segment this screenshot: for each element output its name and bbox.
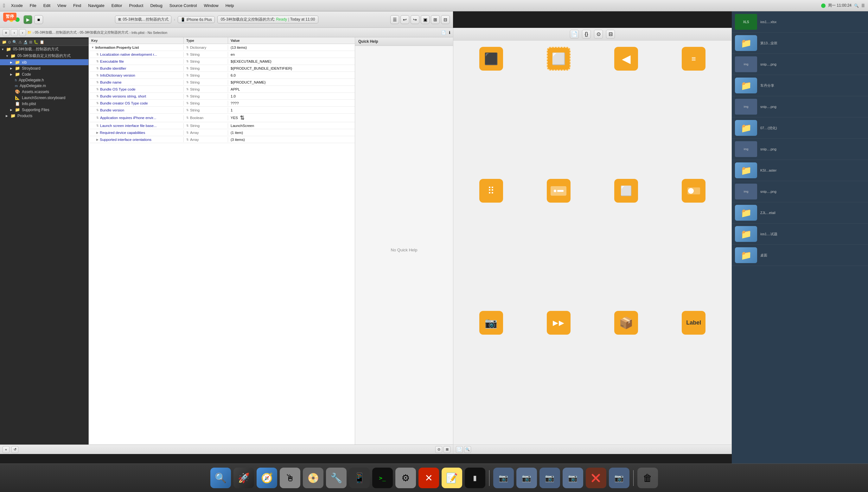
menu-navigate[interactable]: Navigate <box>87 2 106 8</box>
expand-arrow-icon[interactable]: ▶ <box>96 138 98 141</box>
dock-app4[interactable]: 📷 <box>563 468 583 488</box>
obj-lib-item-list[interactable]: ≡ <box>662 47 725 174</box>
dock-xmind[interactable]: ✕ <box>418 468 439 488</box>
sidebar-item-supporting[interactable]: ▶ 📁 Supporting Files <box>0 107 88 113</box>
filter-btn[interactable]: ⊙ <box>435 446 442 453</box>
dock-tools[interactable]: 🔧 <box>326 468 346 488</box>
bc-2[interactable]: 05-3种加载自定义控制器的方式 <box>79 30 128 35</box>
file-inspector-btn[interactable]: 📄 <box>570 30 579 39</box>
obj-lib-item-6[interactable]: ⬜ <box>595 179 658 306</box>
dock-notes[interactable]: 📝 <box>441 468 462 488</box>
bc-3[interactable]: Info.plist <box>131 31 144 34</box>
sidebar-report-icon[interactable]: 📋 <box>40 40 44 44</box>
dock-trash[interactable]: 🗑 <box>637 468 658 488</box>
dock-app6[interactable]: 📷 <box>609 468 629 488</box>
expand-arrow-icon[interactable]: ▼ <box>91 46 94 49</box>
sidebar-folder-icon[interactable]: 📁 <box>2 40 7 44</box>
history-btn[interactable]: ↺ <box>11 446 18 453</box>
sidebar-warning-icon[interactable]: ⚠ <box>18 40 22 44</box>
view-btn[interactable]: ⊞ <box>443 446 451 453</box>
dock-ios-app[interactable]: 📱 <box>349 468 370 488</box>
menu-xcode[interactable]: Xcode <box>9 2 24 8</box>
obj-lib-item-grid[interactable]: ⠿ <box>460 179 522 306</box>
plist-row-1[interactable]: ⇅ Localization native development r... ⇅… <box>89 51 355 58</box>
sidebar-grid-icon[interactable]: ⊞ <box>29 40 32 44</box>
search-icon[interactable]: 🔍 <box>854 3 859 8</box>
obj-lib-item-2[interactable]: ⬜ <box>527 47 590 174</box>
plist-row-6[interactable]: ⇅ Bundle OS Type code ⇅ String APPL <box>89 86 355 93</box>
sidebar-item-launchscreen[interactable]: 📐 LaunchScreen.storyboard <box>0 95 88 101</box>
desktop-folder-zjl[interactable]: 📁 ZJL...etail <box>732 202 868 223</box>
plist-row-5[interactable]: ⇅ Bundle name ⇅ String ${PRODUCT_NAME} <box>89 79 355 86</box>
obj-lib-item-1[interactable]: ⬛ <box>460 47 522 174</box>
boolean-stepper[interactable]: ⇅ <box>240 114 245 121</box>
dock-app5[interactable]: ❌ <box>586 468 606 488</box>
sidebar-item-root[interactable]: ▼ 📁 05-3种加载…控制器的方式 <box>0 46 88 53</box>
dock-launchpad[interactable]: 🚀 <box>234 468 254 488</box>
layout-btn3[interactable]: ⊟ <box>441 15 450 24</box>
menu-debug[interactable]: Debug <box>149 2 164 8</box>
sidebar-test-icon[interactable]: 🔬 <box>23 40 28 44</box>
dock-app1[interactable]: 📷 <box>493 468 514 488</box>
sidebar-item-code[interactable]: ▶ 📁 Code <box>0 71 88 77</box>
obj-lib-item-back[interactable]: ◀ <box>595 47 658 174</box>
dock-dvd[interactable]: 📀 <box>303 468 323 488</box>
desktop-folder-ksi[interactable]: 📁 KSI...aster <box>732 160 868 181</box>
dock-settings[interactable]: ⚙ <box>395 468 416 488</box>
apple-menu[interactable]:  <box>3 3 5 8</box>
obj-lib-item-7[interactable] <box>662 179 725 306</box>
lib-search-btn[interactable]: 🔍 <box>464 446 471 453</box>
dock-safari[interactable]: 🧭 <box>257 468 277 488</box>
back-nav-btn[interactable]: ‹ <box>11 29 18 36</box>
navigator-toggle[interactable]: ☰ <box>390 15 399 24</box>
menu-edit[interactable]: Edit <box>42 2 52 8</box>
dock-app2[interactable]: 📷 <box>516 468 537 488</box>
obj-lib-item-5[interactable] <box>527 179 590 306</box>
hierarchy-btn[interactable]: ≡ <box>2 29 9 36</box>
dock-finder[interactable]: 🔍 <box>210 468 231 488</box>
desktop-snip-1[interactable]: img snip....png <box>732 54 868 75</box>
dock-mouse[interactable]: 🖱 <box>280 468 300 488</box>
sidebar-item-storyboard[interactable]: ▶ 📁 Stroyboard <box>0 65 88 71</box>
plist-row-9[interactable]: ⇅ Bundle version ⇅ String 1 <box>89 107 355 114</box>
desktop-folder-07[interactable]: 📁 07…(优化) <box>732 118 868 139</box>
scheme-selector[interactable]: 🛠 05-3种加载…控制器的方式 <box>115 16 171 23</box>
identity-inspector-btn[interactable]: ⊙ <box>594 30 603 39</box>
menu-window[interactable]: Window <box>202 2 220 8</box>
quick-help-btn[interactable]: {} <box>582 30 591 39</box>
menu-product[interactable]: Product <box>128 2 145 8</box>
sidebar-item-appdelegate-m[interactable]: m AppDelegate.m <box>0 83 88 89</box>
plist-row-13[interactable]: ▶ Supported interface orientations ⇅ Arr… <box>89 136 355 143</box>
sidebar-item-xib[interactable]: ▶ 📁 xib <box>0 59 88 65</box>
run-button[interactable]: ▶ <box>23 15 32 24</box>
desktop-snip-4[interactable]: img snip....png <box>732 181 868 202</box>
bc-1[interactable]: 05-3种加载…控制器的方式 <box>35 30 77 35</box>
sidebar-search-icon[interactable]: 🔍 <box>13 40 17 44</box>
obj-lib-item-label[interactable]: Label <box>662 311 725 438</box>
plist-row-7[interactable]: ⇅ Bundle versions string, short ⇅ String… <box>89 93 355 100</box>
info-icon[interactable]: ℹ <box>449 30 451 35</box>
menu-source-control[interactable]: Source Control <box>168 2 199 8</box>
bc-4[interactable]: No Selection <box>148 31 167 34</box>
desktop-snip-2[interactable]: img snip....png <box>732 96 868 118</box>
lib-file-btn[interactable]: 📄 <box>456 446 463 453</box>
desktop-folder-ios1[interactable]: 📁 ios1....试题 <box>732 223 868 245</box>
layout-btn1[interactable]: ▣ <box>421 15 430 24</box>
menu-editor[interactable]: Editor <box>110 2 124 8</box>
desktop-folder-chadan[interactable]: 📁 车丹分享 <box>732 75 868 96</box>
obj-lib-item-play[interactable]: ▶▶ <box>527 311 590 438</box>
stop-button[interactable]: ■ <box>34 15 43 24</box>
forward-btn[interactable]: ↪ <box>411 15 419 24</box>
attributes-btn[interactable]: ⊟ <box>606 30 615 39</box>
plist-row-11[interactable]: ⇅ Launch screen interface file base... ⇅… <box>89 122 355 129</box>
sidebar-vcs-icon[interactable]: ⊙ <box>8 40 11 44</box>
desktop-file-xlsx[interactable]: XLS ios1....xlsx <box>732 11 868 33</box>
obj-lib-item-camera[interactable]: 📷 <box>460 311 522 438</box>
dock-app3[interactable]: 📷 <box>539 468 560 488</box>
menu-find[interactable]: Find <box>72 2 83 8</box>
doc-icon[interactable]: 📄 <box>441 30 446 35</box>
sidebar-debug-icon[interactable]: 🐛 <box>33 40 38 44</box>
dock-term2[interactable]: ▮ <box>465 468 485 488</box>
list-icon[interactable]: ☰ <box>861 3 865 8</box>
sidebar-item-group[interactable]: ▼ 📁 05-3种加载自定义控制器的方式 <box>0 53 88 59</box>
